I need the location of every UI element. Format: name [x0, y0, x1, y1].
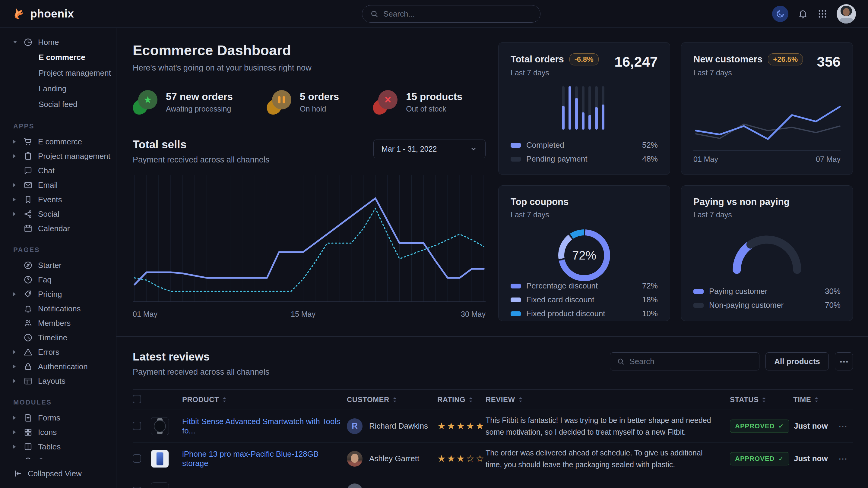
reviews-header: Latest reviews Payment received across a…: [133, 351, 853, 378]
grid-4-icon: [24, 428, 33, 437]
caret-slot: [13, 41, 19, 43]
sidebar-subitem-landing[interactable]: Landing: [0, 81, 116, 96]
sidebar-item-pricing[interactable]: Pricing: [0, 287, 116, 301]
caret-slot: [13, 416, 19, 420]
compass-icon: [24, 261, 33, 270]
apps-grid-button[interactable]: [817, 9, 828, 19]
status-cell: APPROVED✓: [727, 420, 790, 433]
row-checkbox[interactable]: [133, 422, 141, 430]
reviews-search-input[interactable]: [629, 357, 752, 366]
caret-slot: [13, 365, 19, 368]
column-header-status[interactable]: STATUS: [727, 395, 790, 404]
sidebar-item-home[interactable]: Home: [0, 35, 116, 50]
sidebar-item-members[interactable]: Members: [0, 316, 116, 330]
warning-triangle-icon: [24, 348, 33, 357]
caret-slot: [13, 198, 19, 201]
brand[interactable]: phoenix: [12, 7, 74, 21]
row-actions-icon[interactable]: ⋯: [838, 421, 847, 431]
user-avatar[interactable]: [837, 4, 856, 24]
sidebar-item-layouts[interactable]: Layouts: [0, 374, 116, 388]
date-range-select[interactable]: Mar 1 - 31, 2022: [373, 139, 486, 158]
column-header-product[interactable]: PRODUCT: [151, 395, 344, 404]
clipboard-icon-wrap: [24, 152, 34, 161]
row-checkbox[interactable]: [133, 454, 141, 463]
section-label-modules: MODULES: [0, 398, 116, 406]
caret-right-icon: [13, 212, 16, 216]
bell-icon: [24, 304, 33, 313]
row-actions-cell: ⋯: [838, 421, 853, 431]
stat-value: 57 new orders: [166, 91, 233, 102]
reviews-search: [610, 352, 760, 370]
pause-icon: [272, 90, 291, 109]
legend-label: Percentage discount: [526, 281, 598, 291]
product-link[interactable]: Fitbit Sense Advanced Smartwatch with To…: [182, 417, 344, 435]
time-cell: Just now: [790, 421, 838, 431]
row-actions-icon[interactable]: ⋯: [838, 454, 847, 464]
column-header-time[interactable]: TIME: [790, 395, 838, 404]
sort-icon: [222, 396, 227, 403]
notifications-button[interactable]: [798, 8, 808, 19]
sidebar-item-email[interactable]: Email: [0, 178, 116, 192]
more-options-button[interactable]: ⋯: [835, 352, 853, 370]
sidebar-subitem-social-feed[interactable]: Social feed: [0, 96, 116, 112]
share-icon: [24, 209, 33, 219]
stat-text: 5 ordersOn hold: [300, 91, 339, 113]
row-checkbox-cell: [133, 487, 151, 488]
cart-icon-wrap: [24, 137, 34, 146]
sidebar-item-chat[interactable]: Chat: [0, 163, 116, 178]
pause-glyph: [278, 96, 285, 103]
sort-icon: [814, 396, 819, 403]
caret-slot: [13, 154, 19, 158]
sidebar-item-authentication[interactable]: Authentication: [0, 359, 116, 374]
sidebar-item-project-management[interactable]: Project management: [0, 149, 116, 163]
row-checkbox[interactable]: [133, 487, 141, 488]
sidebar-item-components[interactable]: Components: [0, 454, 116, 459]
question-circle-icon: [24, 275, 33, 284]
select-all-checkbox[interactable]: [133, 395, 141, 403]
watch-face-shape: [154, 420, 166, 432]
search-icon: [370, 10, 378, 18]
card-title: Top coupons: [510, 197, 568, 207]
sidebar-subitem-project-management[interactable]: Project management: [0, 65, 116, 81]
sidebar-item-e-commerce[interactable]: E commerce: [0, 134, 116, 149]
coupons-legend: Percentage discount72%Fixed card discoun…: [510, 281, 658, 318]
sidebar-item-errors[interactable]: Errors: [0, 345, 116, 359]
tag-icon: [24, 290, 33, 299]
product-thumbnail-smartwatch: [151, 417, 169, 435]
sidebar-item-starter[interactable]: Starter: [0, 258, 116, 272]
sidebar-item-timeline[interactable]: Timeline: [0, 330, 116, 345]
sidebar-item-icons[interactable]: Icons: [0, 425, 116, 440]
product-link[interactable]: iPhone 13 pro max-Pacific Blue-128GB sto…: [182, 449, 344, 468]
legend-swatch: [693, 303, 704, 308]
table-icon: [24, 442, 33, 451]
column-header-review[interactable]: REVIEW: [483, 395, 727, 404]
column-header-rating[interactable]: RATING: [434, 395, 483, 404]
envelope-icon: [24, 181, 33, 190]
sidebar-item-calendar[interactable]: Calendar: [0, 221, 116, 236]
sidebar-item-events[interactable]: Events: [0, 192, 116, 207]
phoenix-logo-icon: [12, 7, 26, 21]
table-icon-wrap: [24, 442, 34, 451]
sidebar-item-social[interactable]: Social: [0, 207, 116, 221]
series-previous-period: [696, 124, 840, 138]
legend-label: Paying customer: [709, 287, 768, 296]
clock-icon-wrap: [24, 333, 34, 342]
search-input[interactable]: [383, 9, 532, 19]
all-products-button[interactable]: All products: [766, 352, 829, 370]
sidebar-item-forms[interactable]: Forms: [0, 411, 116, 425]
change-badge: -6.8%: [569, 53, 599, 65]
collapsed-view-toggle[interactable]: Collapsed View: [0, 465, 116, 482]
pie-chart-icon: [24, 38, 33, 47]
brand-name: phoenix: [30, 7, 74, 20]
sidebar-subitem-e-commerce[interactable]: E commerce: [0, 50, 116, 65]
x-tick: 01 May: [133, 310, 157, 319]
sidebar-item-notifications[interactable]: Notifications: [0, 301, 116, 316]
topnav: phoenix: [0, 0, 868, 28]
legend-swatch: [510, 312, 521, 316]
sidebar-item-tables[interactable]: Tables: [0, 440, 116, 454]
column-header-customer[interactable]: CUSTOMER: [344, 395, 434, 404]
sidebar-item-label: Notifications: [38, 304, 81, 314]
theme-toggle-button[interactable]: [772, 6, 788, 22]
sidebar-item-faq[interactable]: Faq: [0, 272, 116, 287]
sidebar-item-label: Components: [38, 457, 82, 459]
